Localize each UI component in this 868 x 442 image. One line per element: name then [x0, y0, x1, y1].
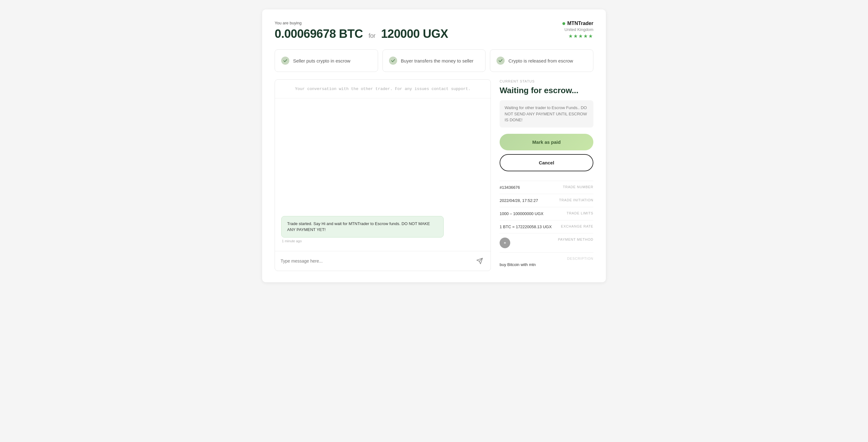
description-label: DESCRIPTION — [500, 257, 593, 260]
trader-name-text: MTNTrader — [567, 21, 593, 26]
payment-method-row: PAYMENT METHOD — [500, 233, 593, 252]
mark-as-paid-button[interactable]: Mark as paid — [500, 134, 593, 150]
for-text: for — [368, 32, 375, 39]
chat-section: Your conversation with the other trader.… — [275, 79, 491, 271]
chat-message-1: Trade started. Say Hi and wait for MTNTr… — [281, 216, 484, 243]
step-3-check — [496, 57, 505, 65]
checkmark-icon — [283, 58, 287, 63]
trader-name: MTNTrader — [562, 21, 593, 26]
chat-input[interactable] — [281, 259, 471, 264]
exchange-rate-label: EXCHANGE RATE — [561, 225, 593, 228]
steps-row: Seller puts crypto in escrow Buyer trans… — [275, 49, 593, 72]
step-2: Buyer transfers the money to seller — [382, 49, 486, 72]
trade-info: You are buying 0.00069678 BTC for 120000… — [275, 21, 448, 41]
top-section: You are buying 0.00069678 BTC for 120000… — [275, 21, 593, 41]
trader-stars: ★★★★★ — [562, 33, 593, 39]
current-status-label: CURRENT STATUS — [500, 79, 593, 83]
trade-number-label: TRADE NUMBER — [563, 185, 593, 189]
exchange-rate-row: 1 BTC = 172220058.13 UGX EXCHANGE RATE — [500, 220, 593, 233]
you-are-buying-label: You are buying — [275, 21, 448, 25]
description-value: buy Bitcoin with mtn — [500, 262, 593, 267]
trade-limits-label: TRADE LIMITS — [567, 211, 593, 215]
escrow-notice: Waiting for other trader to Escrow Funds… — [500, 100, 593, 127]
step-1-label: Seller puts crypto in escrow — [293, 58, 350, 64]
right-panel: CURRENT STATUS Waiting for escrow... Wai… — [500, 79, 593, 271]
step-2-label: Buyer transfers the money to seller — [401, 58, 474, 64]
send-button[interactable] — [474, 256, 485, 266]
main-content: Your conversation with the other trader.… — [275, 79, 593, 271]
description-row: DESCRIPTION buy Bitcoin with mtn — [500, 252, 593, 271]
page-container: You are buying 0.00069678 BTC for 120000… — [262, 9, 606, 282]
chat-notice: Your conversation with the other trader.… — [275, 80, 491, 98]
trade-initiation-row: 2022/04/28, 17:52:27 TRADE INITIATION — [500, 194, 593, 207]
checkmark-icon-3 — [498, 58, 503, 63]
trade-initiation-value: 2022/04/28, 17:52:27 — [500, 198, 538, 203]
cancel-button[interactable]: Cancel — [500, 154, 593, 171]
trader-info: MTNTrader United Kingdom ★★★★★ — [562, 21, 593, 39]
online-indicator — [562, 22, 565, 25]
btc-amount: 0.00069678 BTC — [275, 27, 363, 40]
chat-input-area — [275, 251, 491, 271]
chat-bubble-text: Trade started. Say Hi and wait for MTNTr… — [281, 216, 444, 238]
chat-timestamp: 1 minute ago — [281, 239, 302, 243]
trader-country: United Kingdom — [562, 27, 593, 32]
status-title: Waiting for escrow... — [500, 86, 593, 95]
step-1-check — [281, 57, 289, 65]
chat-messages: Trade started. Say Hi and wait for MTNTr… — [275, 98, 491, 251]
payment-method-label: PAYMENT METHOD — [558, 238, 593, 241]
trade-number-row: #13436676 TRADE NUMBER — [500, 181, 593, 194]
trade-amount: 0.00069678 BTC for 120000 UGX — [275, 27, 448, 41]
ugx-amount: 120000 UGX — [381, 27, 448, 40]
step-1: Seller puts crypto in escrow — [275, 49, 378, 72]
step-3: Crypto is released from escrow — [490, 49, 593, 72]
checkmark-icon-2 — [391, 58, 395, 63]
exchange-rate-value: 1 BTC = 172220058.13 UGX — [500, 225, 552, 229]
step-3-label: Crypto is released from escrow — [508, 58, 573, 64]
trade-initiation-label: TRADE INITIATION — [559, 198, 593, 202]
send-icon — [476, 258, 483, 264]
payment-method-icon — [500, 238, 510, 248]
trade-limits-row: 1000 – 100000000 UGX TRADE LIMITS — [500, 207, 593, 220]
payment-icon-svg — [502, 240, 507, 245]
step-2-check — [389, 57, 397, 65]
trade-limits-value: 1000 – 100000000 UGX — [500, 211, 544, 216]
trade-number-value: #13436676 — [500, 185, 520, 190]
